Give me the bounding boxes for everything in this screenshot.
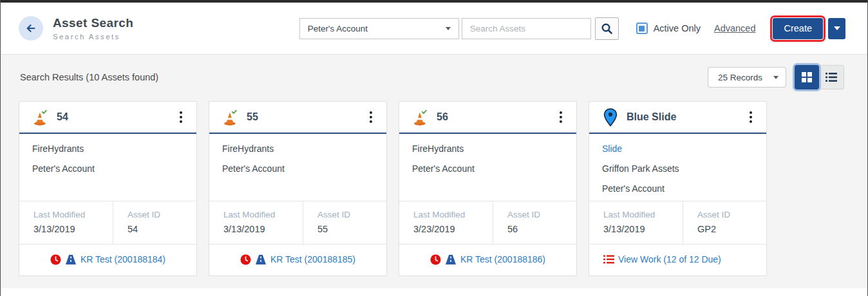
asset-category: FireHydrants <box>222 143 373 154</box>
asset-card-grid: 54 FireHydrants Peter's Account Last Mod… <box>1 90 867 276</box>
create-button[interactable]: Create <box>773 18 823 39</box>
kebab-menu-icon[interactable] <box>366 108 376 126</box>
view-toggle-group <box>795 65 844 89</box>
account-select[interactable]: Peter's Account <box>299 18 459 39</box>
last-modified-stat: Last Modified 3/23/2019 <box>399 201 493 244</box>
last-modified-label: Last Modified <box>33 210 113 219</box>
work-order-link-text: KR Test (200188185) <box>270 254 355 264</box>
traffic-cone-icon <box>31 109 50 125</box>
asset-id-stat: Asset ID 56 <box>493 201 576 244</box>
clock-icon <box>240 254 251 265</box>
records-per-page-select[interactable]: 25 Records <box>708 67 786 88</box>
clock-icon <box>50 254 61 265</box>
road-icon <box>255 255 267 264</box>
asset-id-label: Asset ID <box>127 210 196 219</box>
last-modified-label: Last Modified <box>603 210 683 219</box>
work-order-link-text: KR Test (200188184) <box>80 254 165 264</box>
active-only-checkbox[interactable] <box>636 23 648 34</box>
results-bar: Search Results (10 Assets found) 25 Reco… <box>1 64 867 90</box>
asset-title: Blue Slide <box>627 111 676 123</box>
last-modified-label: Last Modified <box>413 210 493 219</box>
asset-card: 55 FireHydrants Peter's Account Last Mod… <box>209 101 387 276</box>
asset-category: FireHydrants <box>32 143 184 154</box>
card-stats: Last Modified 3/13/2019 Asset ID GP2 <box>589 201 766 244</box>
kebab-menu-icon[interactable] <box>746 108 756 126</box>
card-body: Slide Griffon Park Assets Peter's Accoun… <box>589 134 766 201</box>
asset-category-link[interactable]: Slide <box>602 143 753 154</box>
asset-id-stat: Asset ID 54 <box>113 201 196 244</box>
card-header: 55 <box>209 102 386 134</box>
asset-id-value: 55 <box>317 224 386 234</box>
asset-account: Peter's Account <box>412 163 563 174</box>
search-cluster: Peter's Account <box>299 17 619 40</box>
asset-id-value: 54 <box>127 224 196 234</box>
road-icon <box>445 255 457 264</box>
last-modified-label: Last Modified <box>223 210 303 219</box>
back-button[interactable] <box>19 16 43 41</box>
asset-card: 56 FireHydrants Peter's Account Last Mod… <box>399 101 577 276</box>
view-work-link[interactable]: View Work (12 of 12 Due) <box>589 244 766 274</box>
asset-id-label: Asset ID <box>697 210 766 219</box>
list-view-button[interactable] <box>819 65 844 89</box>
last-modified-stat: Last Modified 3/13/2019 <box>19 201 113 244</box>
back-arrow-icon <box>24 22 37 35</box>
title-block: Asset Search Search Assets <box>53 16 133 41</box>
asset-title: 55 <box>247 111 258 123</box>
page-subtitle: Search Assets <box>53 33 133 41</box>
app-window: Asset Search Search Assets Peter's Accou… <box>0 0 868 296</box>
asset-id-label: Asset ID <box>317 210 386 219</box>
search-input[interactable] <box>462 18 591 39</box>
asset-id-value: GP2 <box>697 224 766 234</box>
work-list-icon <box>603 255 614 264</box>
chevron-down-icon <box>834 26 840 30</box>
content-area: Search Results (10 Assets found) 25 Reco… <box>1 55 867 288</box>
advanced-link[interactable]: Advanced <box>714 23 756 33</box>
last-modified-value: 3/13/2019 <box>223 224 303 234</box>
header-right-cluster: Active Only Advanced Create <box>636 18 845 39</box>
page-title: Asset Search <box>53 16 133 30</box>
asset-title: 54 <box>57 111 68 123</box>
card-header: 54 <box>19 102 196 134</box>
asset-id-label: Asset ID <box>507 210 576 219</box>
list-view-icon <box>826 73 837 82</box>
kebab-menu-icon[interactable] <box>556 108 566 126</box>
chevron-down-icon <box>773 76 778 79</box>
work-order-link[interactable]: KR Test (200188185) <box>209 244 386 274</box>
asset-account: Peter's Account <box>32 163 184 174</box>
asset-card: 54 FireHydrants Peter's Account Last Mod… <box>19 101 197 276</box>
header-bar: Asset Search Search Assets Peter's Accou… <box>1 3 867 55</box>
view-work-link-text: View Work (12 of 12 Due) <box>618 254 721 264</box>
clock-icon <box>430 254 441 265</box>
kebab-menu-icon[interactable] <box>176 108 186 126</box>
asset-title: 56 <box>437 111 448 123</box>
card-body: FireHydrants Peter's Account <box>19 134 196 201</box>
card-body: FireHydrants Peter's Account <box>209 134 386 201</box>
card-header: 56 <box>399 102 576 134</box>
create-dropdown-button[interactable] <box>828 18 845 39</box>
card-stats: Last Modified 3/23/2019 Asset ID 56 <box>399 201 576 244</box>
account-select-value: Peter's Account <box>308 24 368 33</box>
active-only-label: Active Only <box>654 23 701 33</box>
last-modified-stat: Last Modified 3/13/2019 <box>589 201 683 244</box>
grid-view-button[interactable] <box>795 65 819 89</box>
asset-category: FireHydrants <box>412 143 563 154</box>
last-modified-stat: Last Modified 3/13/2019 <box>209 201 303 244</box>
asset-id-value: 56 <box>507 224 576 234</box>
checkbox-checked-fill <box>639 26 645 32</box>
grid-view-icon <box>802 72 812 82</box>
asset-account: Peter's Account <box>602 183 753 194</box>
asset-account: Peter's Account <box>222 163 373 174</box>
chevron-down-icon <box>446 27 451 30</box>
card-stats: Last Modified 3/13/2019 Asset ID 54 <box>19 201 196 244</box>
last-modified-value: 3/13/2019 <box>33 224 113 234</box>
last-modified-value: 3/13/2019 <box>603 224 683 234</box>
search-button[interactable] <box>595 17 619 40</box>
work-order-link[interactable]: KR Test (200188186) <box>399 244 576 274</box>
traffic-cone-icon <box>221 109 240 125</box>
road-icon <box>65 255 77 264</box>
traffic-cone-icon <box>411 109 430 125</box>
asset-card: Blue Slide Slide Griffon Park Assets Pet… <box>589 101 767 276</box>
card-body: FireHydrants Peter's Account <box>399 134 576 201</box>
work-order-link-text: KR Test (200188186) <box>460 254 545 264</box>
work-order-link[interactable]: KR Test (200188184) <box>19 244 196 274</box>
